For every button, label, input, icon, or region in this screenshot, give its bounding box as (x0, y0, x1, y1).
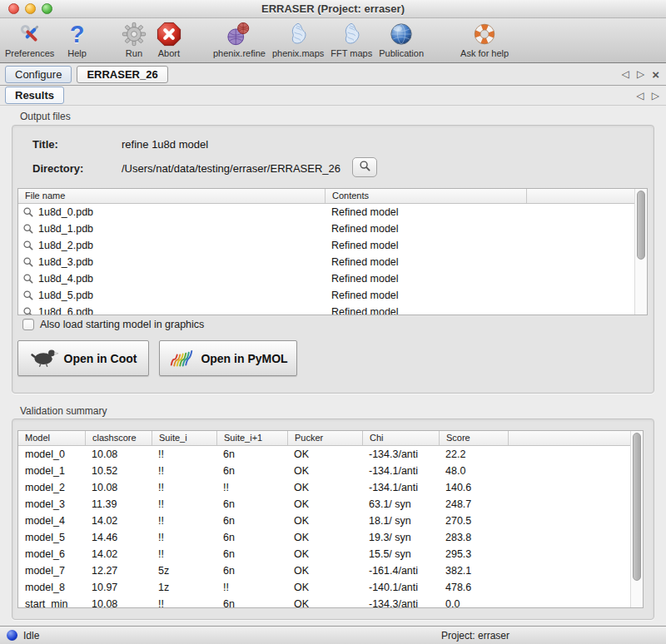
file-table-col-empty (526, 189, 647, 203)
validation-cell: model_1 (18, 465, 85, 477)
map-mesh-icon (286, 21, 310, 47)
file-row[interactable]: 1u8d_4.pdbRefined model (18, 270, 647, 287)
tab-scroll-left-icon[interactable]: ◁ (622, 69, 629, 79)
validation-cell: 6n (216, 465, 287, 477)
tab-scroll-right-icon[interactable]: ▷ (637, 69, 644, 79)
validation-row[interactable]: model_311.39!!6nOK63.1/ syn248.7 (18, 496, 643, 513)
validation-row[interactable]: model_110.52!!6nOK-134.1/anti48.0 (18, 463, 643, 479)
project-label: Project: erraser (441, 630, 509, 642)
validation-cell: 270.5 (439, 515, 508, 527)
magnifier-icon (22, 256, 34, 268)
val-col-pucker[interactable]: Pucker (287, 431, 362, 445)
ask-for-help-button[interactable]: Ask for help (460, 21, 509, 58)
validation-row[interactable]: model_614.02!!6nOK15.5/ syn295.3 (18, 546, 643, 562)
phenix-refine-button[interactable]: phenix.refine (213, 21, 266, 58)
tab-erraser-26[interactable]: ERRASER_26 (77, 66, 167, 83)
file-name-cell: 1u8d_0.pdb (18, 206, 325, 218)
publication-button[interactable]: Publication (379, 21, 424, 58)
file-contents-cell: Refined model (325, 240, 526, 251)
file-name: 1u8d_3.pdb (38, 256, 93, 268)
val-col-suite-i1[interactable]: Suite_i+1 (216, 431, 287, 445)
run-button[interactable]: Run (122, 21, 147, 58)
open-in-pymol-button[interactable]: Open in PyMOL (159, 340, 297, 376)
file-row[interactable]: 1u8d_0.pdbRefined model (18, 204, 647, 220)
main-tab-bar: Configure ERRASER_26 ◁ ▷ × (0, 63, 666, 86)
zoom-window-button[interactable] (42, 3, 52, 14)
magnifier-icon (22, 273, 34, 285)
output-files-groupbox: Title: refine 1u8d model Directory: /Use… (12, 125, 654, 394)
status-text: Idle (23, 630, 39, 642)
validation-cell: model_8 (18, 582, 85, 593)
scrollbar-thumb[interactable] (633, 433, 641, 581)
file-row[interactable]: 1u8d_6.pdbRefined model (18, 304, 647, 315)
validation-cell: !! (152, 515, 216, 527)
val-col-empty (508, 431, 643, 445)
toolbar-label: phenix.maps (272, 48, 324, 58)
validation-cell: 382.1 (439, 565, 508, 577)
fft-maps-button[interactable]: FFT maps (331, 21, 372, 58)
phenix-maps-button[interactable]: phenix.maps (272, 21, 324, 58)
tab-scroll-left-icon[interactable]: ◁ (637, 91, 644, 101)
validation-row[interactable]: model_810.971z!!OK-140.1/anti478.6 (18, 579, 643, 596)
file-row[interactable]: 1u8d_3.pdbRefined model (18, 254, 647, 270)
val-col-model[interactable]: Model (18, 431, 85, 445)
validation-cell: OK (287, 582, 362, 593)
val-col-clashscore[interactable]: clashscore (85, 431, 152, 445)
validation-cell: 14.46 (85, 532, 152, 543)
validation-cell: 10.08 (85, 598, 152, 608)
open-in-coot-button[interactable]: Open in Coot (17, 340, 149, 376)
validation-cell: 6n (216, 565, 287, 577)
close-window-button[interactable] (8, 3, 19, 14)
magnifier-icon (22, 240, 34, 251)
val-col-score[interactable]: Score (439, 431, 508, 445)
tab-configure[interactable]: Configure (5, 66, 72, 83)
file-name: 1u8d_0.pdb (38, 206, 93, 218)
validation-cell: 5z (152, 565, 216, 577)
file-row[interactable]: 1u8d_5.pdbRefined model (18, 287, 647, 304)
validation-cell: !! (216, 482, 287, 493)
magnifier-icon (22, 206, 34, 218)
validation-cell: 6n (216, 498, 287, 510)
button-label: Open in PyMOL (201, 352, 287, 365)
val-col-suite-i[interactable]: Suite_i (152, 431, 216, 445)
validation-cell: 6n (216, 598, 287, 608)
validation-cell: 22.2 (439, 448, 508, 460)
file-table-col-contents[interactable]: Contents (325, 189, 526, 203)
validation-cell: model_7 (18, 565, 85, 577)
tab-scroll-right-icon[interactable]: ▷ (652, 91, 659, 101)
toolbar-label: Abort (158, 48, 180, 58)
file-row[interactable]: 1u8d_2.pdbRefined model (18, 237, 647, 254)
directory-label: Directory: (32, 162, 83, 175)
mesh-spheres-icon (226, 21, 251, 47)
tab-results[interactable]: Results (5, 87, 64, 104)
validation-row[interactable]: model_414.02!!6nOK18.1/ syn270.5 (18, 513, 643, 529)
file-row[interactable]: 1u8d_1.pdbRefined model (18, 220, 647, 237)
validation-table: Model clashscore Suite_i Suite_i+1 Pucke… (17, 430, 644, 608)
file-table-col-filename[interactable]: File name (18, 189, 325, 203)
preferences-button[interactable]: Preferences (5, 21, 54, 58)
validation-cell: 10.52 (85, 465, 152, 477)
scrollbar-thumb[interactable] (637, 191, 645, 260)
validation-row[interactable]: start_min10.08!!6nOK-134.3/anti0.0 (18, 596, 643, 608)
minimize-window-button[interactable] (25, 3, 36, 14)
file-name-cell: 1u8d_5.pdb (18, 290, 325, 301)
validation-table-scrollbar[interactable] (630, 431, 643, 607)
abort-button[interactable]: Abort (157, 21, 181, 58)
validation-row[interactable]: model_712.275z6nOK-161.4/anti382.1 (18, 562, 643, 579)
validation-cell: 248.7 (439, 498, 508, 510)
file-table-scrollbar[interactable] (634, 189, 647, 315)
validation-cell: OK (287, 532, 362, 543)
validation-cell: 1z (152, 582, 216, 593)
val-col-chi[interactable]: Chi (362, 431, 439, 445)
validation-row[interactable]: model_514.46!!6nOK19.3/ syn283.8 (18, 529, 643, 546)
help-button[interactable]: ? Help (67, 21, 87, 58)
browse-directory-button[interactable] (352, 157, 377, 177)
file-table-body: 1u8d_0.pdbRefined model 1u8d_1.pdbRefine… (18, 204, 647, 315)
file-name: 1u8d_5.pdb (38, 290, 93, 301)
validation-row[interactable]: model_210.08!!!!OK-134.1/anti140.6 (18, 479, 643, 496)
magnifier-icon (22, 290, 34, 301)
validation-row[interactable]: model_010.08!!6nOK-134.3/anti22.2 (18, 446, 643, 463)
tab-close-icon[interactable]: × (652, 68, 659, 81)
load-starting-model-checkbox[interactable] (22, 319, 34, 330)
validation-cell: OK (287, 465, 362, 477)
